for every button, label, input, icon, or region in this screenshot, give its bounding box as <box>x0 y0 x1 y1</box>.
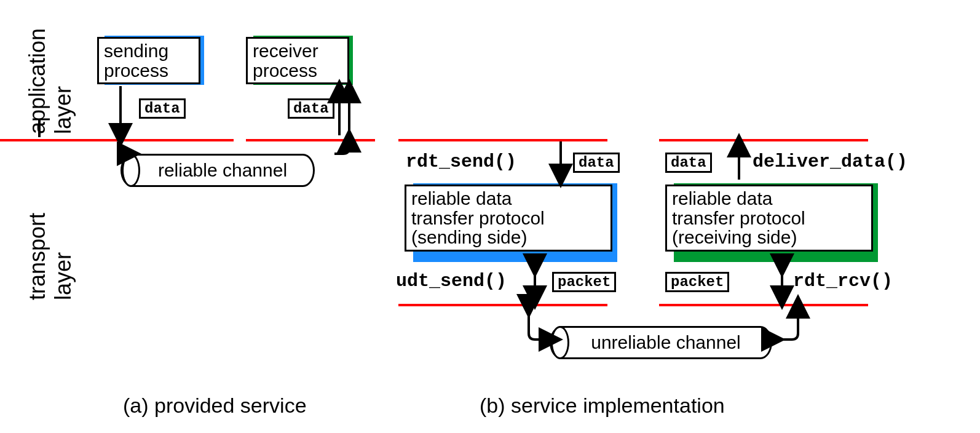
label-udt-send: udt_send() <box>396 271 507 292</box>
text: deliver_data() <box>753 151 907 172</box>
packet-label: packet <box>552 272 616 292</box>
text: rdt_send() <box>406 151 516 172</box>
rdt-receiving-box: reliable data transfer protocol (receivi… <box>665 185 873 252</box>
arrow-out-channel-right <box>769 306 812 349</box>
caption-b: (b) service implementation <box>480 394 725 418</box>
receiver-process-box: receiver process <box>246 37 349 84</box>
data-label: data <box>665 153 712 173</box>
text: (a) provided service <box>123 394 307 417</box>
text: data <box>144 100 180 117</box>
reliable-channel: reliable channel <box>121 154 315 187</box>
arrow-up-receive <box>307 86 357 191</box>
text: reliable data transfer protocol (receivi… <box>672 188 805 247</box>
red-line <box>659 304 868 306</box>
red-line <box>398 139 607 141</box>
caption-a: (a) provided service <box>123 394 307 418</box>
text: transport layer <box>25 213 76 300</box>
arrow-deliver-data <box>732 141 750 185</box>
text: data <box>579 154 614 171</box>
text: (b) service implementation <box>480 394 725 417</box>
label-rdt-rcv: rdt_rcv() <box>793 271 893 292</box>
unreliable-channel: unreliable channel <box>550 326 772 359</box>
red-line <box>0 139 95 141</box>
arrow-rdt-send <box>553 141 572 185</box>
text: sending process <box>104 41 168 81</box>
text: packet <box>671 274 724 290</box>
text: rdt_rcv() <box>793 271 893 292</box>
text: receiver process <box>253 41 318 81</box>
text: unreliable channel <box>591 332 741 353</box>
text: udt_send() <box>396 271 507 292</box>
rdt-sending-box: reliable data transfer protocol (sending… <box>405 185 612 252</box>
text: reliable data transfer protocol (sending… <box>411 188 545 247</box>
label-application-layer: application layer <box>25 28 76 134</box>
text: application layer <box>25 28 76 134</box>
sending-process-box: sending process <box>97 37 200 84</box>
red-line <box>659 139 868 141</box>
label-transport-layer: transport layer <box>25 213 76 300</box>
text: packet <box>558 274 611 290</box>
text: data <box>671 154 706 171</box>
arrow-udt-send <box>528 261 546 305</box>
arrow-into-channel-left <box>521 306 564 349</box>
label-rdt-send: rdt_send() <box>406 151 516 172</box>
layer-divider-tick <box>38 119 41 137</box>
packet-label: packet <box>665 272 729 292</box>
arrow-down-send <box>111 86 148 191</box>
arrow-rdt-rcv <box>775 261 793 305</box>
data-label: data <box>573 153 620 173</box>
text: reliable channel <box>158 160 287 181</box>
red-line <box>398 304 607 306</box>
label-deliver-data: deliver_data() <box>753 151 907 172</box>
